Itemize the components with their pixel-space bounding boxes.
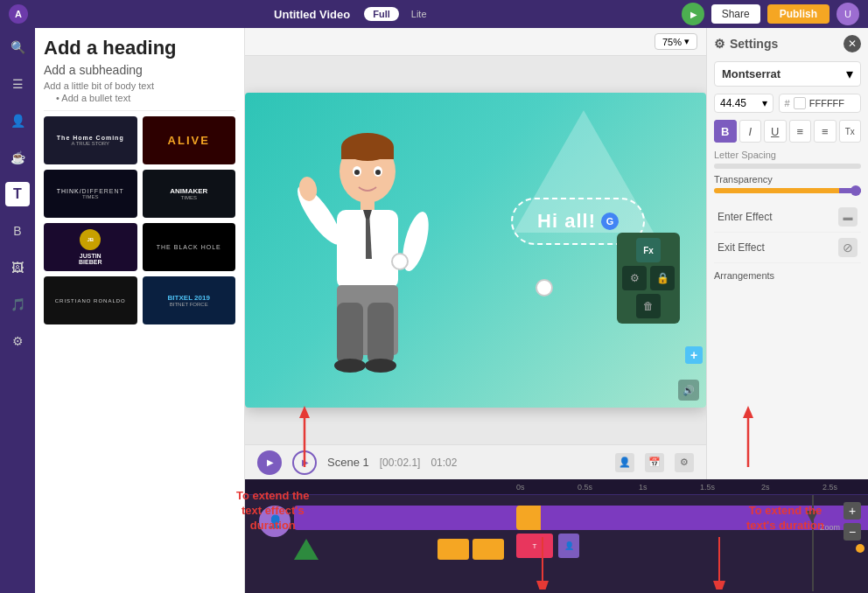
zoom-in-btn[interactable]: + — [844, 502, 861, 520]
fx-btn[interactable]: Fx — [636, 238, 661, 262]
transparency-slider[interactable] — [714, 188, 861, 193]
italic-btn[interactable]: I — [739, 120, 762, 143]
svg-rect-11 — [337, 303, 363, 364]
canvas-content: Hi all! G Fx — [245, 56, 706, 444]
panel-bullet-text: • Add a bullet text — [56, 93, 235, 103]
text-duration-track[interactable] — [516, 506, 868, 530]
panel-divider — [44, 110, 235, 111]
scene-duration: 01:02 — [430, 457, 457, 469]
font-selector[interactable]: Montserrat ▾ — [714, 61, 861, 87]
sidebar-item-characters[interactable]: 👤 — [5, 108, 30, 133]
slider-thumb[interactable] — [850, 185, 861, 196]
calendar-icon[interactable]: 📅 — [645, 453, 664, 472]
zoom-out-btn[interactable]: − — [844, 523, 861, 541]
handle-bottom[interactable] — [536, 279, 553, 296]
letter-spacing-slider[interactable] — [714, 164, 861, 169]
svg-rect-2 — [341, 147, 394, 159]
template-item[interactable]: ANIMAKER TIMES — [143, 170, 236, 218]
scene-play2-btn[interactable]: ▶ — [292, 450, 317, 475]
g-icon[interactable]: G — [601, 213, 619, 230]
video-title: Untitled Video — [274, 8, 350, 21]
lock-icon[interactable]: 🔒 — [650, 266, 675, 290]
underline-btn[interactable]: U — [764, 120, 787, 143]
mode-full-btn[interactable]: Full — [364, 7, 399, 21]
settings-header: ⚙ Settings ✕ — [714, 35, 861, 52]
template-item[interactable]: THE BLACK HOLE — [143, 223, 236, 271]
timeline-cursor[interactable] — [812, 495, 814, 591]
enter-effect-row[interactable]: Enter Effect ▬ — [714, 202, 861, 233]
ruler-mark-0s: 0s — [516, 483, 525, 492]
ruler-mark-1.5s: 1.5s — [700, 483, 715, 492]
text-box-handles — [391, 253, 553, 296]
exit-effect-row[interactable]: Exit Effect ⊘ — [714, 233, 861, 263]
transparency-label: Transparency — [714, 174, 861, 185]
text-effect-start[interactable] — [516, 506, 541, 530]
sidebar-item-images[interactable]: 🖼 — [5, 255, 30, 280]
transparency-slider-container — [714, 188, 861, 193]
user-scene-icon[interactable]: 👤 — [615, 453, 634, 472]
scene-label: Scene 1 — [327, 456, 369, 469]
mode-lite-btn[interactable]: Lite — [402, 7, 436, 21]
gear-scene-icon[interactable]: ⚙ — [675, 453, 694, 472]
handle-left[interactable] — [391, 253, 409, 270]
ruler-mark-2s: 2s — [761, 483, 770, 492]
letter-spacing-label: Letter Spacing — [714, 150, 861, 160]
ruler-mark-1s: 1s — [639, 483, 648, 492]
enter-effect-icon: ▬ — [838, 207, 858, 227]
color-input[interactable]: # FFFFFF — [779, 94, 861, 113]
sidebar-item-props[interactable]: ☕ — [5, 145, 30, 170]
delete-icon[interactable]: 🗑 — [636, 294, 661, 318]
orange-block-2[interactable] — [472, 539, 504, 560]
align-left-btn[interactable]: ≡ — [789, 120, 812, 143]
settings-close-btn[interactable]: ✕ — [844, 35, 861, 52]
scene-play-btn[interactable]: ▶ — [257, 450, 282, 475]
sidebar-item-background[interactable]: B — [5, 219, 30, 243]
template-item[interactable]: CRISTIANO RONALDO — [44, 276, 137, 324]
timeline: 0s 0.5s 1s 1.5s 2s 2.5s 3s 👤 — [245, 479, 868, 593]
svg-point-17 — [354, 170, 360, 175]
chevron-down-icon: ▾ — [762, 97, 767, 109]
panel-heading[interactable]: Add a heading — [44, 37, 235, 59]
add-element-btn[interactable]: + — [685, 346, 703, 364]
canvas-background[interactable]: Hi all! G Fx — [245, 93, 706, 408]
template-item[interactable]: ALIVE — [143, 116, 236, 164]
template-item[interactable]: THINK/DIFFERENT TIMES — [44, 170, 137, 218]
settings-icon[interactable]: ⚙ — [622, 266, 647, 290]
sidebar-item-media[interactable]: ☰ — [5, 72, 30, 96]
green-triangle-marker[interactable] — [294, 539, 318, 560]
timeline-ruler: 0s 0.5s 1s 1.5s 2s 2.5s 3s — [245, 479, 868, 495]
speaker-icon[interactable]: 🔊 — [678, 380, 699, 401]
ruler-mark-0.5s: 0.5s — [578, 483, 592, 492]
svg-point-18 — [375, 170, 381, 175]
template-item[interactable]: JB JUSTIN BIEBER — [44, 223, 137, 271]
sidebar-item-text[interactable]: T — [5, 182, 30, 206]
sidebar-item-audio[interactable]: 🎵 — [5, 292, 30, 317]
align-center-btn[interactable]: ≡ — [814, 120, 836, 143]
letter-spacing-track[interactable] — [714, 164, 861, 169]
zoom-level-dot[interactable] — [856, 544, 864, 553]
topbar: A Untitled Video Full Lite ▶ Share Publi… — [0, 0, 868, 28]
main-content: 🔍 ☰ 👤 ☕ T B 🖼 🎵 ⚙ Add a heading Add a su… — [0, 28, 868, 593]
scene-bar: ▶ ▶ Scene 1 [00:02.1] 01:02 👤 📅 ⚙ — [245, 444, 706, 479]
text-panel: Add a heading Add a subheading Add a lit… — [35, 28, 245, 593]
publish-btn[interactable]: Publish — [767, 4, 830, 24]
font-size-input[interactable]: 44.45 ▾ — [714, 94, 774, 113]
preview-play-btn[interactable]: ▶ — [682, 3, 704, 25]
panel-subheading[interactable]: Add a subheading — [44, 63, 235, 77]
sidebar-item-search[interactable]: 🔍 — [5, 35, 30, 59]
panel-body-text[interactable]: Add a little bit of body text — [44, 80, 235, 91]
timeline-avatar[interactable]: 👤 — [259, 506, 290, 537]
template-item[interactable]: BITXEL 2019 BITNET FORCE — [143, 276, 236, 324]
share-btn[interactable]: Share — [711, 4, 760, 24]
main-timeline-track[interactable] — [294, 506, 836, 530]
orange-block-1[interactable] — [438, 539, 469, 560]
text-style-btn[interactable]: Tx — [839, 120, 862, 143]
user-avatar[interactable]: U — [836, 3, 859, 25]
color-swatch — [794, 97, 806, 109]
svg-rect-12 — [368, 303, 394, 364]
bold-btn[interactable]: B — [714, 120, 737, 143]
sidebar-item-settings[interactable]: ⚙ — [5, 329, 30, 353]
template-item[interactable]: The Home Coming A TRUE STORY — [44, 116, 137, 164]
zoom-control[interactable]: 75% ▾ — [654, 33, 697, 50]
logo[interactable]: A — [9, 4, 28, 24]
